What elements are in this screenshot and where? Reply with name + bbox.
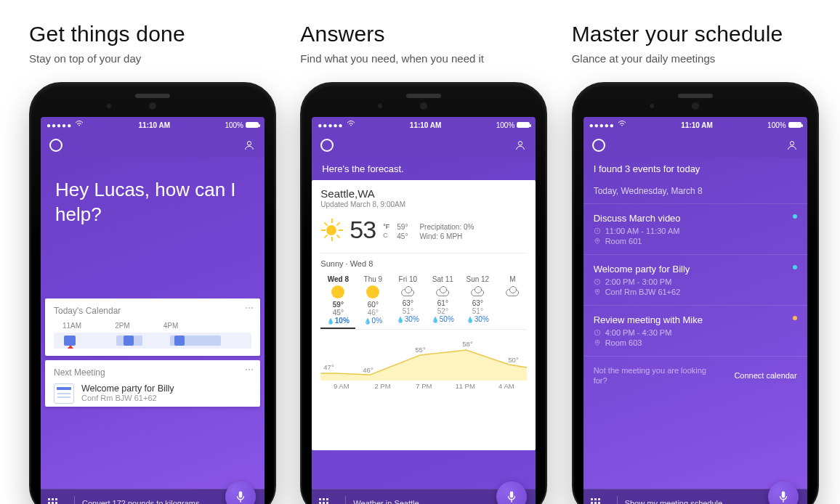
day-rain: 30% xyxy=(460,315,495,323)
next-meeting-card[interactable]: ⋯ Next Meeting Welcome party for Billy C… xyxy=(45,360,260,407)
day-high: 63° xyxy=(390,299,425,307)
forecast-day[interactable]: Thu 960°46°0% xyxy=(355,272,390,329)
cortana-icon[interactable] xyxy=(49,139,62,152)
event-title: Welcome party for Billy xyxy=(594,264,797,275)
clock-icon xyxy=(594,329,601,336)
suggestion-text[interactable]: Show my meeting schedule xyxy=(625,499,723,505)
card-menu-icon[interactable]: ⋯ xyxy=(245,303,254,313)
forecast-day[interactable]: Fri 1063°51°30% xyxy=(390,272,425,329)
today-calendar-card[interactable]: ⋯ Today's Calendar 11AM 2PM 4PM xyxy=(45,298,260,356)
next-meeting-title: Welcome party for Billy xyxy=(81,383,174,394)
apps-grid-icon[interactable] xyxy=(319,498,329,505)
location-icon xyxy=(594,339,601,346)
cloud-icon xyxy=(504,286,520,296)
day-label: Sun 12 xyxy=(460,275,495,283)
unit-f[interactable]: °F xyxy=(383,223,389,232)
precipitation: Precipitation: 0% xyxy=(419,222,474,232)
wifi-icon xyxy=(347,121,355,129)
day-label: Fri 10 xyxy=(390,275,425,283)
event-item[interactable]: Welcome party for Billy2:00 PM - 3:00 PM… xyxy=(583,255,807,306)
cortana-icon[interactable] xyxy=(592,139,605,152)
day-low: 45° xyxy=(320,309,355,317)
cloud-icon xyxy=(469,286,485,296)
bottom-bar: Convert 172 pounds to kilograms xyxy=(41,489,264,504)
day-low: 52° xyxy=(425,307,460,315)
apps-grid-icon[interactable] xyxy=(48,498,58,505)
event-time: 2:00 PM - 3:00 PM xyxy=(605,277,672,286)
location-icon xyxy=(594,237,601,245)
forecast-day[interactable]: Sun 1263°51°30% xyxy=(460,272,495,329)
svg-rect-11 xyxy=(783,500,784,503)
connect-calendar-link[interactable]: Connect calendar xyxy=(734,371,796,380)
card-menu-icon[interactable]: ⋯ xyxy=(245,365,254,375)
forecast-day[interactable]: M xyxy=(495,272,530,329)
clock-icon xyxy=(594,227,601,235)
sun-icon xyxy=(320,219,342,241)
event-time: 4:00 PM - 4:30 PM xyxy=(605,328,672,337)
unit-c[interactable]: C xyxy=(383,232,389,240)
calendar-icon xyxy=(54,383,74,404)
day-label: Thu 9 xyxy=(355,275,390,283)
forecast-day[interactable]: Sat 1161°52°50% xyxy=(425,272,460,329)
next-meeting-label: Next Meeting xyxy=(54,367,251,378)
footer-question: Not the meeting you are looking for? xyxy=(594,365,735,386)
profile-icon[interactable] xyxy=(786,139,799,152)
bottom-bar: Weather in Seattle xyxy=(312,489,536,504)
profile-icon[interactable] xyxy=(243,139,256,152)
sun-icon xyxy=(332,286,344,298)
event-room: Room 601 xyxy=(605,237,642,245)
signal-dots-icon: ●●●●● xyxy=(47,121,72,129)
day-label: Wed 8 xyxy=(320,275,355,283)
next-meeting-location: Conf Rm BJW 61+62 xyxy=(81,394,174,402)
wifi-icon xyxy=(75,121,84,129)
profile-icon[interactable] xyxy=(514,139,527,152)
weather-updated: Updated March 8, 9:00AM xyxy=(320,200,527,208)
day-rain: 50% xyxy=(425,315,460,323)
svg-point-10 xyxy=(597,341,598,343)
bottom-bar: Show my meeting schedule xyxy=(583,489,807,504)
event-item[interactable]: Review meeting with Mike4:00 PM - 4:30 P… xyxy=(583,306,807,357)
hour-label: 7 PM xyxy=(403,382,445,390)
event-time: 11:00 AM - 11:30 AM xyxy=(605,227,680,235)
event-room: Conf Rm BJW 61+62 xyxy=(605,288,681,296)
battery-icon xyxy=(246,122,259,128)
day-high: 63° xyxy=(460,299,495,307)
hourly-chart: 47° 46° 55° 58° 50° 9 AM 2 PM xyxy=(320,337,527,397)
suggestion-text[interactable]: Convert 172 pounds to kilograms xyxy=(82,499,199,505)
battery-pct: 100% xyxy=(767,121,786,129)
signal-dots-icon: ●●●●● xyxy=(589,121,615,129)
apps-grid-icon[interactable] xyxy=(591,498,601,505)
wind: Wind: 6 MPH xyxy=(419,232,474,241)
day-label: M xyxy=(495,275,530,283)
suggestion-text[interactable]: Weather in Seattle xyxy=(353,499,419,505)
event-item[interactable]: Discuss March video11:00 AM - 11:30 AMRo… xyxy=(583,204,807,255)
temp-high: 59° xyxy=(397,222,408,232)
cortana-icon[interactable] xyxy=(320,139,334,152)
phone-frame: ●●●●● 11:10 AM 100% Hey Lucas, how can I… xyxy=(29,82,276,504)
current-time-marker xyxy=(67,345,74,349)
forecast-day[interactable]: Wed 859°45°10% xyxy=(320,272,355,329)
day-rain: 0% xyxy=(355,317,390,325)
svg-point-4 xyxy=(790,142,793,145)
hour-label: 11 PM xyxy=(445,382,486,390)
events-caption: I found 3 events for today xyxy=(583,158,807,179)
timeline-label: 11AM xyxy=(62,322,81,330)
event-dot-icon xyxy=(793,265,797,269)
weather-location: Seattle,WA xyxy=(320,187,527,200)
svg-point-6 xyxy=(597,240,598,241)
hour-label: 4 AM xyxy=(486,382,528,390)
cloud-icon xyxy=(435,286,451,296)
weather-card[interactable]: Seattle,WA Updated March 8, 9:00AM xyxy=(312,180,536,450)
calendar-timeline[interactable] xyxy=(54,333,251,349)
day-low: 46° xyxy=(355,309,390,317)
battery-pct: 100% xyxy=(496,121,515,129)
condition-line: Sunny · Wed 8 xyxy=(320,259,527,268)
status-time: 11:10 AM xyxy=(84,121,225,129)
event-dot-icon xyxy=(793,316,797,320)
battery-pct: 100% xyxy=(225,121,243,129)
today-calendar-label: Today's Calendar xyxy=(54,306,251,316)
current-temp: 53 xyxy=(350,216,376,244)
hour-label: 9 AM xyxy=(320,382,362,390)
svg-rect-3 xyxy=(512,500,513,503)
day-high: 61° xyxy=(425,299,460,307)
